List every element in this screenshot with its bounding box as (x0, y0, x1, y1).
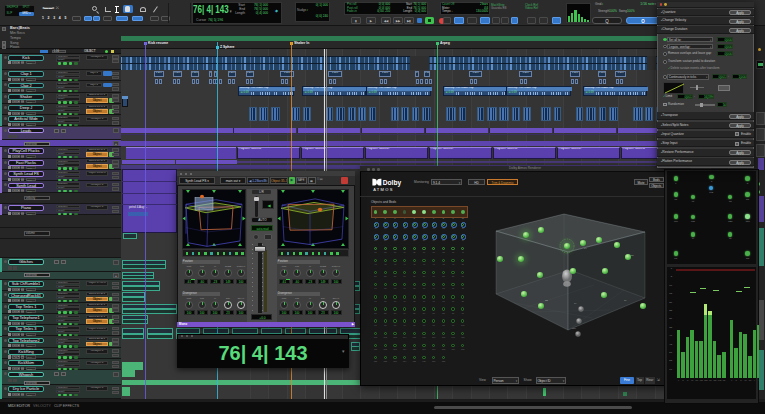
svg-text:129: 129 (572, 327, 577, 330)
